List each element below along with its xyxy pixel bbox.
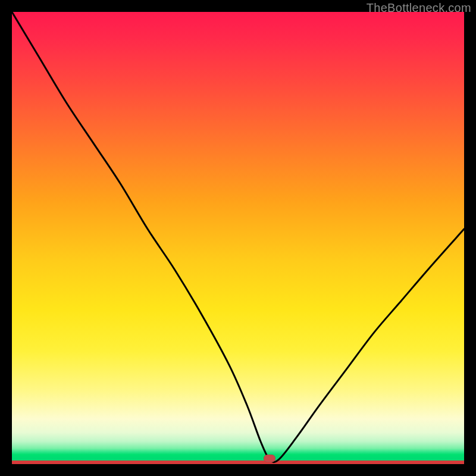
bottleneck-curve xyxy=(12,12,464,464)
minimum-marker xyxy=(264,455,275,462)
plot-area xyxy=(12,12,464,464)
chart-frame: TheBottleneck.com xyxy=(0,0,476,476)
